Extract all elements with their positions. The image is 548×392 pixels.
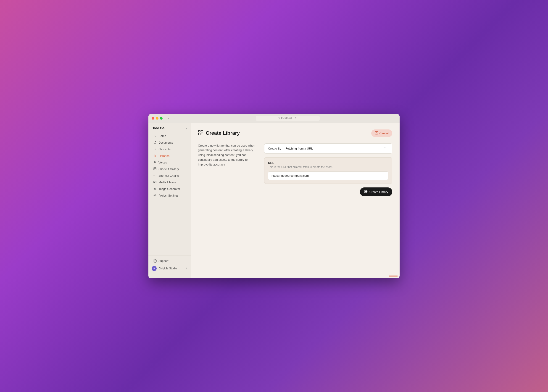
svg-rect-19 [366, 191, 367, 192]
cancel-icon [375, 131, 378, 135]
sidebar-nav: ⌂ Home Documents [148, 133, 191, 253]
sidebar-item-label-shortcut-gallery: Shortcut Gallery [158, 168, 179, 171]
svg-rect-10 [198, 130, 200, 132]
sidebar-item-shortcut-chains[interactable]: Shortcut Chains [150, 173, 189, 179]
form-section: Create By Fetching from a URL Upload a f… [264, 143, 392, 196]
sidebar-item-voices[interactable]: Voices [150, 159, 189, 166]
url-hint: This is the URL that Nim will fetch to c… [268, 166, 388, 169]
page-icon: ⊡ [278, 117, 280, 120]
sidebar-header: Door Co. ⌄ [148, 126, 191, 133]
svg-rect-20 [365, 192, 366, 192]
svg-point-5 [155, 175, 156, 176]
browser-chrome: ‹ › ⊡ localhost ↻ [148, 114, 400, 123]
page-title: Create Library [206, 130, 240, 136]
avatar: S [152, 266, 157, 271]
sidebar-item-documents[interactable]: Documents [150, 140, 189, 146]
traffic-light-close[interactable] [152, 117, 154, 120]
sidebar-user-name: Dirigible Studio [158, 267, 177, 270]
create-library-icon [364, 190, 368, 194]
user-chevron-icon: ∧ [186, 267, 188, 270]
sidebar-support-label: Support [158, 259, 169, 263]
address-bar: ⊡ localhost ↻ [179, 116, 396, 121]
browser-nav: ‹ › [167, 116, 177, 120]
url-section: URL This is the URL that Nim will fetch … [264, 157, 392, 184]
reload-icon[interactable]: ↻ [295, 117, 297, 120]
svg-rect-2 [154, 169, 155, 170]
svg-rect-13 [201, 133, 203, 135]
cancel-label: Cancel [379, 132, 389, 135]
create-library-button[interactable]: Create Library [360, 188, 392, 196]
sidebar-support[interactable]: ? Support [150, 258, 189, 264]
svg-rect-1 [155, 167, 156, 168]
sidebar-user-left: S Dirigible Studio [152, 266, 177, 271]
sidebar-item-label-home: Home [158, 134, 166, 138]
main-content: Create Library Cancel [191, 123, 400, 278]
sidebar-user[interactable]: S Dirigible Studio ∧ [148, 264, 191, 273]
sidebar-item-shortcut-gallery[interactable]: Shortcut Gallery [150, 166, 189, 172]
sidebar-item-libraries[interactable]: Libraries [150, 153, 189, 159]
svg-rect-11 [201, 130, 203, 132]
svg-point-8 [154, 188, 155, 188]
sidebar-chevron-icon[interactable]: ⌄ [185, 126, 188, 129]
libraries-icon [153, 154, 157, 158]
svg-point-4 [154, 175, 155, 176]
shortcut-chains-icon [153, 174, 157, 178]
page-title-row: Create Library [198, 130, 240, 137]
traffic-light-minimize[interactable] [156, 117, 158, 120]
voices-icon [153, 161, 157, 164]
create-by-select[interactable]: Fetching from a URL Upload a file Manual… [285, 146, 388, 151]
sidebar-item-label-shortcut-chains: Shortcut Chains [158, 174, 179, 177]
forward-button[interactable]: › [173, 116, 177, 120]
svg-rect-12 [198, 133, 200, 135]
sidebar-item-image-generator[interactable]: Image Generator [150, 186, 189, 192]
sidebar-item-label-documents: Documents [158, 141, 173, 144]
sidebar-bottom: ? Support S Dirigible Studio ∧ [148, 255, 191, 275]
media-library-icon [153, 181, 157, 184]
sidebar-item-media-library[interactable]: Media Library [150, 179, 189, 186]
create-library-label: Create Library [369, 190, 388, 194]
svg-rect-21 [366, 192, 367, 192]
page-title-icon [198, 130, 204, 137]
app-layout: Door Co. ⌄ ⌂ Home Docume [148, 123, 400, 278]
create-by-select-wrapper: Fetching from a URL Upload a file Manual… [285, 146, 388, 151]
address-bar-inner[interactable]: ⊡ localhost ↻ [256, 116, 320, 121]
page-header: Create Library Cancel [198, 129, 392, 137]
support-icon: ? [153, 259, 157, 263]
traffic-light-fullscreen[interactable] [160, 117, 162, 120]
svg-point-9 [154, 195, 155, 196]
svg-rect-0 [154, 167, 155, 168]
svg-rect-18 [365, 191, 366, 192]
scroll-indicator [389, 276, 398, 276]
description-text: Create a new library that can be used wh… [198, 143, 257, 167]
documents-icon [153, 141, 157, 145]
sidebar: Door Co. ⌄ ⌂ Home Docume [148, 123, 191, 278]
browser-window: ‹ › ⊡ localhost ↻ Door Co. ⌄ ⌂ Home [148, 114, 400, 278]
sidebar-item-home[interactable]: ⌂ Home [150, 133, 189, 139]
sidebar-item-label-libraries: Libraries [158, 154, 169, 158]
form-actions: Create Library [264, 188, 392, 196]
svg-point-17 [364, 190, 367, 193]
sidebar-item-label-media-library: Media Library [158, 181, 176, 184]
svg-rect-3 [155, 169, 156, 170]
project-settings-icon [153, 194, 157, 197]
image-generator-icon [153, 187, 157, 191]
sidebar-item-label-project-settings: Project Settings [158, 194, 179, 197]
create-by-label: Create By [268, 147, 282, 150]
url-input[interactable] [268, 171, 388, 180]
create-by-row: Create By Fetching from a URL Upload a f… [264, 143, 392, 154]
cancel-button[interactable]: Cancel [371, 129, 392, 137]
sidebar-item-project-settings[interactable]: Project Settings [150, 192, 189, 199]
url-display: localhost [281, 117, 292, 120]
content-body: Create a new library that can be used wh… [198, 143, 392, 196]
sidebar-item-label-voices: Voices [158, 161, 167, 164]
shortcuts-icon [153, 147, 157, 151]
sidebar-item-label-shortcuts: Shortcuts [158, 148, 171, 151]
traffic-lights [152, 117, 162, 120]
back-button[interactable]: ‹ [167, 116, 171, 120]
shortcut-gallery-icon [153, 167, 157, 171]
sidebar-item-label-image-generator: Image Generator [158, 188, 180, 191]
url-label: URL [268, 161, 388, 165]
home-icon: ⌂ [153, 134, 157, 138]
sidebar-item-shortcuts[interactable]: Shortcuts [150, 146, 189, 153]
sidebar-title: Door Co. [152, 126, 165, 130]
